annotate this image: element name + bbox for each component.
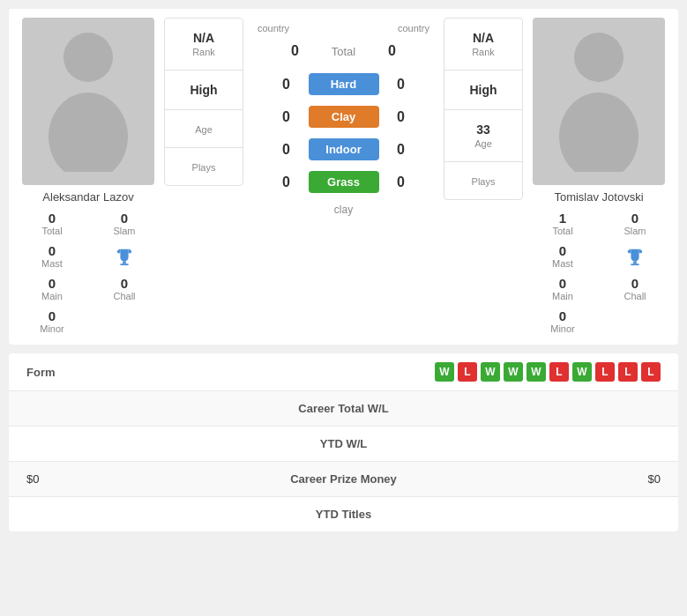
left-main-label: Main	[41, 291, 63, 301]
right-chall-value: 0	[631, 276, 638, 291]
right-slam-cell: 0 Slam	[601, 209, 669, 238]
left-total-value: 0	[49, 211, 56, 226]
right-plays-row: Plays	[444, 162, 522, 199]
right-age-label: Age	[474, 138, 492, 149]
prize-label: Career Prize Money	[159, 472, 528, 486]
left-total-cell: 0 Total	[18, 209, 86, 238]
surface-rows: 0 Hard 0 0 Clay 0 0 Indoor 0 0 Grass	[249, 68, 438, 198]
left-total-score: 0	[282, 43, 309, 59]
country-row: country country	[249, 18, 438, 34]
left-mast-label: Mast	[41, 258, 63, 269]
form-badge-l: L	[549, 362, 569, 382]
left-minor-value: 0	[49, 308, 56, 323]
form-badge-l: L	[618, 362, 638, 382]
svg-point-4	[574, 33, 624, 82]
form-label: Form	[26, 366, 132, 379]
form-badge-w: W	[572, 362, 592, 382]
left-rank-value: N/A	[193, 31, 214, 45]
left-slam-cell: 0 Slam	[90, 209, 159, 238]
prize-right-value: $0	[528, 472, 661, 486]
indoor-right-score: 0	[388, 142, 414, 158]
left-age-row: Age	[165, 110, 243, 148]
right-total-score: 0	[379, 43, 406, 59]
left-plays-row: Plays	[165, 148, 243, 185]
right-rank-label: Rank	[472, 47, 495, 57]
grass-right-score: 0	[388, 174, 414, 190]
svg-rect-2	[123, 261, 126, 263]
svg-point-5	[559, 93, 638, 172]
left-player-name: Aleksandar Lazov	[42, 190, 133, 204]
prize-row: $0 Career Prize Money $0	[9, 462, 678, 497]
right-high-row: High	[444, 71, 522, 110]
svg-point-0	[63, 33, 113, 82]
left-rank-label: Rank	[192, 47, 215, 57]
left-slam-value: 0	[121, 211, 128, 226]
bottom-section: Form WLWWWLWLLL Career Total W/L YTD W/L…	[9, 353, 678, 531]
prize-left-value: $0	[26, 472, 159, 486]
right-main-value: 0	[559, 276, 566, 291]
right-rank-row: N/A Rank	[444, 19, 522, 71]
right-age-row: 33 Age	[444, 110, 522, 162]
left-total-label: Total	[41, 226, 62, 236]
form-badge-l: L	[641, 362, 661, 382]
right-trophy-icon	[601, 241, 669, 271]
form-badge-w: W	[526, 362, 546, 382]
svg-rect-7	[631, 263, 638, 265]
left-trophy-icon	[90, 241, 159, 271]
right-player-stats: 1 Total 0 Slam 0 Mast	[528, 209, 669, 336]
right-main-label: Main	[552, 291, 573, 301]
left-minor-label: Minor	[40, 323, 64, 334]
right-slam-value: 0	[631, 211, 638, 226]
right-total-label: Total	[552, 226, 572, 236]
form-badge-l: L	[458, 362, 477, 382]
form-badge-l: L	[595, 362, 615, 382]
form-badges-container: WLWWWLWLLL	[435, 362, 661, 382]
grass-row: 0 Grass 0	[249, 166, 438, 198]
right-minor-label: Minor	[550, 323, 575, 334]
left-main-cell: 0 Main	[18, 274, 86, 303]
right-mast-cell: 0 Mast	[528, 241, 597, 271]
right-player-avatar	[533, 18, 665, 185]
svg-rect-6	[633, 261, 637, 263]
left-player-stats: 0 Total 0 Slam 0 Mast	[18, 209, 159, 336]
right-minor-value: 0	[559, 308, 566, 323]
career-wl-row: Career Total W/L	[9, 391, 678, 427]
left-age-label: Age	[195, 124, 213, 135]
left-player-avatar	[22, 18, 154, 185]
ytd-wl-label: YTD W/L	[26, 437, 661, 450]
right-chall-cell: 0 Chall	[601, 274, 669, 303]
ytd-titles-label: YTD Titles	[26, 508, 661, 521]
indoor-left-score: 0	[273, 142, 300, 158]
clay-button[interactable]: Clay	[309, 106, 379, 128]
right-country-text: country	[398, 23, 429, 33]
grass-left-score: 0	[273, 174, 300, 190]
right-main-cell: 0 Main	[528, 274, 597, 303]
left-country-text: country	[258, 23, 289, 33]
right-mast-label: Mast	[552, 258, 573, 269]
hard-button[interactable]: Hard	[309, 73, 379, 95]
left-chall-label: Chall	[113, 291, 135, 301]
left-player-card: Aleksandar Lazov 0 Total 0 Slam 0 Mast	[18, 18, 159, 336]
left-info-column: N/A Rank High Age Plays	[164, 18, 243, 186]
grass-button[interactable]: Grass	[309, 171, 379, 193]
total-label: Total	[317, 45, 370, 58]
right-high-value: High	[469, 83, 497, 97]
left-slam-label: Slam	[113, 226, 135, 236]
right-rank-column: N/A Rank High 33 Age Plays	[444, 18, 523, 200]
left-minor-cell: 0 Minor	[18, 307, 86, 336]
right-minor-cell: 0 Minor	[528, 307, 597, 336]
left-high-row: High	[165, 71, 243, 110]
career-wl-label: Career Total W/L	[26, 402, 661, 415]
svg-rect-3	[120, 263, 128, 265]
form-badge-w: W	[481, 362, 500, 382]
ytd-titles-row: YTD Titles	[9, 497, 678, 531]
svg-point-1	[49, 93, 128, 172]
right-plays-label: Plays	[472, 176, 496, 187]
right-rank-value: N/A	[473, 31, 494, 45]
indoor-button[interactable]: Indoor	[309, 138, 379, 160]
left-country: country	[258, 21, 289, 34]
hard-right-score: 0	[388, 77, 414, 93]
right-chall-label: Chall	[624, 291, 646, 301]
form-row: Form WLWWWLWLLL	[9, 353, 678, 391]
left-mast-cell: 0 Mast	[18, 241, 86, 271]
